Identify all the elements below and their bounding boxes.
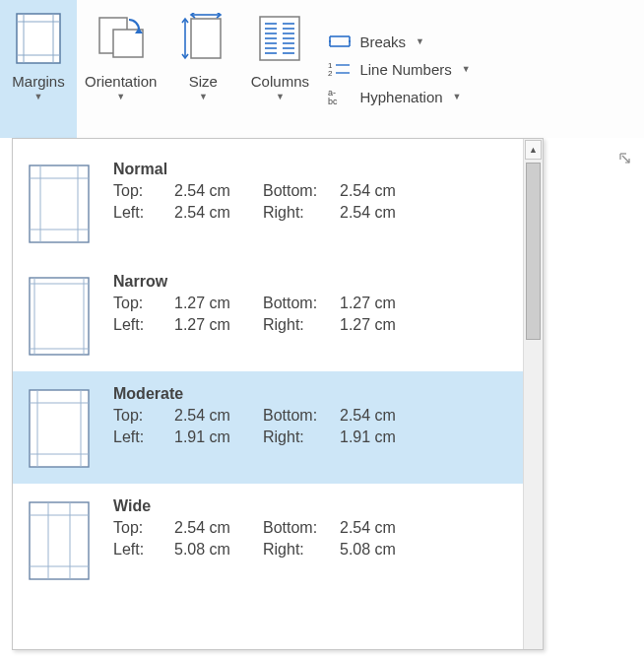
svg-rect-54	[30, 502, 89, 579]
margins-button[interactable]: Margins ▼	[0, 0, 77, 138]
margin-thumb-icon	[29, 164, 92, 245]
size-label: Size	[189, 73, 218, 90]
value-left: 1.27 cm	[174, 316, 263, 334]
value-top: 2.54 cm	[174, 519, 263, 537]
dropdown-caret-icon: ▼	[199, 92, 208, 101]
orientation-icon	[94, 10, 149, 67]
svg-rect-44	[30, 278, 89, 355]
size-button[interactable]: Size ▼	[164, 0, 241, 138]
value-right: 1.27 cm	[340, 316, 419, 334]
svg-text:bc: bc	[328, 97, 338, 105]
columns-button[interactable]: Columns ▼	[241, 0, 318, 138]
margin-details: Wide Top: 2.54 cm Bottom: 2.54 cm Left: …	[113, 497, 511, 559]
ribbon-extra-group: Breaks ▼ 12 Line Numbers ▼ a-bc Hyphenat…	[318, 0, 470, 138]
margins-option-list: Normal Top: 2.54 cm Bottom: 2.54 cm Left…	[13, 139, 523, 649]
label-bottom: Bottom:	[263, 407, 340, 425]
label-left: Left:	[113, 204, 174, 222]
dialog-launcher-icon[interactable]	[616, 150, 634, 167]
value-top: 2.54 cm	[174, 182, 263, 200]
margin-row-top: Top: 2.54 cm Bottom: 2.54 cm	[113, 407, 511, 425]
dropdown-caret-icon: ▼	[416, 36, 424, 46]
value-bottom: 1.27 cm	[340, 295, 419, 312]
svg-line-38	[622, 156, 629, 163]
margins-dropdown: Normal Top: 2.54 cm Bottom: 2.54 cm Left…	[12, 138, 544, 650]
margin-row-top: Top: 2.54 cm Bottom: 2.54 cm	[113, 182, 511, 200]
margin-row-top: Top: 2.54 cm Bottom: 2.54 cm	[113, 519, 511, 537]
margin-option-normal[interactable]: Normal Top: 2.54 cm Bottom: 2.54 cm Left…	[13, 147, 523, 259]
margin-row-left: Left: 2.54 cm Right: 2.54 cm	[113, 204, 511, 222]
value-top: 1.27 cm	[174, 295, 263, 312]
dropdown-caret-icon: ▼	[116, 92, 125, 101]
label-left: Left:	[113, 541, 174, 559]
size-icon	[179, 10, 226, 67]
value-left: 2.54 cm	[174, 204, 263, 222]
margin-details: Narrow Top: 1.27 cm Bottom: 1.27 cm Left…	[113, 273, 511, 334]
label-right: Right:	[263, 541, 340, 559]
label-top: Top:	[113, 519, 174, 537]
svg-rect-8	[191, 19, 221, 58]
label-bottom: Bottom:	[263, 295, 340, 312]
margin-option-name: Wide	[113, 497, 511, 515]
value-right: 5.08 cm	[340, 541, 419, 559]
dropdown-caret-icon: ▼	[34, 92, 43, 101]
label-right: Right:	[263, 204, 340, 222]
line-numbers-icon: 12	[328, 60, 352, 78]
margin-option-moderate[interactable]: Moderate Top: 2.54 cm Bottom: 2.54 cm Le…	[13, 371, 523, 484]
scroll-track[interactable]	[524, 342, 543, 649]
hyphenation-button[interactable]: a-bc Hyphenation ▼	[328, 88, 470, 105]
margin-option-name: Moderate	[113, 385, 511, 403]
margin-option-narrow[interactable]: Narrow Top: 1.27 cm Bottom: 1.27 cm Left…	[13, 259, 523, 371]
margin-option-wide[interactable]: Wide Top: 2.54 cm Bottom: 2.54 cm Left: …	[13, 484, 523, 596]
svg-rect-49	[30, 390, 89, 467]
margins-icon	[16, 10, 61, 67]
breaks-label: Breaks	[359, 33, 406, 50]
margin-thumb-icon	[29, 501, 92, 582]
hyphenation-icon: a-bc	[328, 88, 352, 105]
svg-text:2: 2	[328, 69, 333, 78]
margin-option-name: Narrow	[113, 273, 511, 291]
label-left: Left:	[113, 316, 174, 334]
columns-icon	[258, 10, 301, 67]
margin-thumb-icon	[29, 277, 92, 358]
orientation-button[interactable]: Orientation ▼	[77, 0, 164, 138]
label-bottom: Bottom:	[263, 519, 340, 537]
value-right: 2.54 cm	[340, 204, 419, 222]
hyphenation-label: Hyphenation	[359, 89, 442, 105]
margin-row-top: Top: 1.27 cm Bottom: 1.27 cm	[113, 295, 511, 312]
dropdown-caret-icon: ▼	[453, 92, 462, 101]
label-right: Right:	[263, 428, 340, 446]
orientation-label: Orientation	[85, 73, 157, 90]
line-numbers-button[interactable]: 12 Line Numbers ▼	[328, 60, 470, 78]
margin-option-name: Normal	[113, 161, 511, 178]
value-top: 2.54 cm	[174, 407, 263, 425]
scroll-up-button[interactable]: ▲	[525, 140, 542, 160]
value-right: 1.91 cm	[340, 428, 419, 446]
scroll-thumb[interactable]	[526, 163, 541, 340]
margins-label: Margins	[12, 73, 64, 90]
columns-label: Columns	[251, 73, 309, 90]
value-left: 1.91 cm	[174, 428, 263, 446]
margin-details: Moderate Top: 2.54 cm Bottom: 2.54 cm Le…	[113, 385, 511, 446]
svg-rect-39	[30, 165, 89, 242]
margin-row-left: Left: 5.08 cm Right: 5.08 cm	[113, 541, 511, 559]
label-right: Right:	[263, 316, 340, 334]
breaks-button[interactable]: Breaks ▼	[328, 33, 470, 50]
breaks-icon	[328, 33, 352, 50]
dropdown-caret-icon: ▼	[462, 64, 471, 74]
margin-row-left: Left: 1.91 cm Right: 1.91 cm	[113, 428, 511, 446]
dropdown-caret-icon: ▼	[276, 92, 285, 101]
margin-row-left: Left: 1.27 cm Right: 1.27 cm	[113, 316, 511, 334]
margin-thumb-icon	[29, 389, 92, 470]
label-bottom: Bottom:	[263, 182, 340, 200]
margin-details: Normal Top: 2.54 cm Bottom: 2.54 cm Left…	[113, 161, 511, 222]
label-top: Top:	[113, 407, 174, 425]
scrollbar[interactable]: ▲	[523, 139, 543, 649]
value-bottom: 2.54 cm	[340, 182, 419, 200]
label-top: Top:	[113, 182, 174, 200]
svg-rect-6	[113, 30, 143, 57]
value-bottom: 2.54 cm	[340, 407, 419, 425]
label-left: Left:	[113, 428, 174, 446]
label-top: Top:	[113, 295, 174, 312]
value-left: 5.08 cm	[174, 541, 263, 559]
ribbon-page-layout-group: Margins ▼ Orientation ▼	[0, 0, 644, 138]
